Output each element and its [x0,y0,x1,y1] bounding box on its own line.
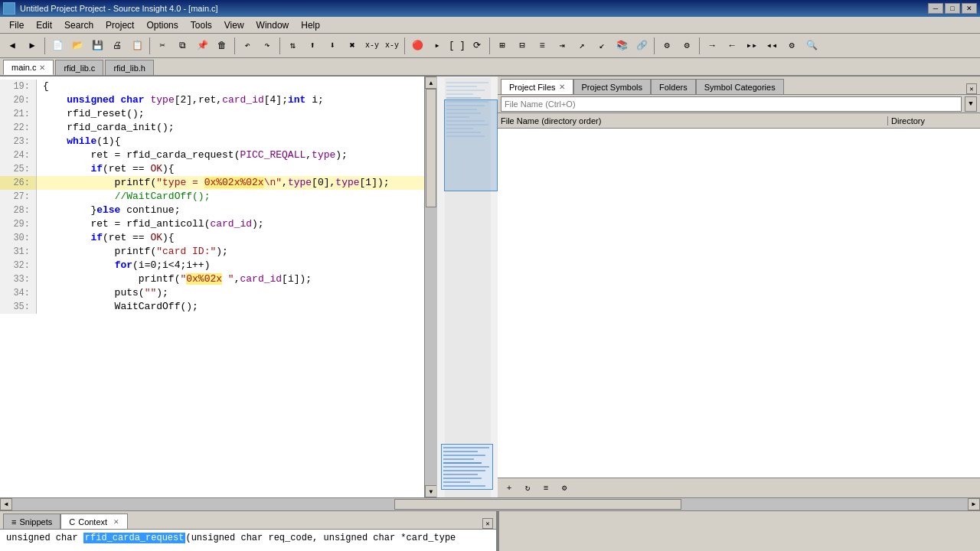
tb-run[interactable]: ⚙ [658,37,676,55]
tb-zoom[interactable]: 🔍 [802,37,821,55]
code-line-29: 29: ret = rfid_anticoll(card_id); [0,217,424,231]
tb-bracket[interactable]: [ ] [448,37,466,55]
tb-outdent[interactable]: ← [723,37,741,55]
tb-down[interactable]: ⬇ [323,37,341,55]
minimap-thumb-svg [442,445,492,489]
svg-rect-3 [446,93,473,95]
rp-tab-files-close[interactable]: ✕ [559,83,565,91]
file-name-dropdown[interactable]: ▼ [965,96,977,112]
line-content-23: while(1){ [37,135,120,148]
code-editor[interactable]: 19: { 20: unsigned char type[2],ret,card… [0,77,424,497]
file-list-col2-header: Directory [888,116,980,126]
h-scroll-left[interactable]: ◀ [0,498,12,510]
tb-grid3[interactable]: ≡ [533,37,551,55]
menu-options[interactable]: Options [140,18,184,32]
tab-main-c-label: main.c [11,63,36,72]
line-num-28: 28: [0,204,37,217]
right-panel-close-button[interactable]: ✕ [966,83,977,94]
rp-tb-add[interactable]: + [501,480,518,497]
tb-new[interactable]: 📄 [48,37,67,55]
tb-copy2[interactable]: 📋 [128,37,146,55]
tb-sep7 [654,37,655,54]
code-line-20: 20: unsigned char type[2],ret,card_id[4]… [0,93,424,107]
code-line-34: 34: puts(""); [0,286,424,300]
tb-sep3 [234,37,235,54]
tb-ref[interactable]: ↗ [573,37,591,55]
tb-more[interactable]: ▸▸ [743,37,761,55]
tb-xy[interactable]: x-y [363,37,381,55]
maximize-button[interactable]: □ [945,3,960,14]
tb-tab[interactable]: ⇥ [553,37,571,55]
h-scrollbar[interactable]: ◀ ▶ [0,497,980,510]
file-list-area[interactable] [498,129,980,478]
tb-redo[interactable]: ↷ [258,37,276,55]
tb-up[interactable]: ⬆ [303,37,322,55]
tb-paste[interactable]: 📌 [193,37,211,55]
menu-tools[interactable]: Tools [185,18,218,32]
file-name-input[interactable] [501,96,962,112]
menu-help[interactable]: Help [295,18,326,32]
tb-sep1 [44,37,45,54]
tb-grid2[interactable]: ⊟ [513,37,531,55]
v-scroll-down[interactable]: ▼ [425,485,437,497]
tb-cut[interactable]: ✂ [153,37,172,55]
tb-undo[interactable]: ↶ [238,37,256,55]
menu-view[interactable]: View [218,18,250,32]
tb-copy[interactable]: ⧉ [173,37,191,55]
menu-edit[interactable]: Edit [30,18,58,32]
code-line-22: 22: rfid_carda_init(); [0,121,424,135]
tb-forward[interactable]: ▶ [23,37,41,55]
v-scroll-track[interactable] [425,89,436,485]
context-tab-close[interactable]: ✕ [113,518,119,526]
tb-cancel[interactable]: ✖ [343,37,361,55]
svg-rect-4 [446,97,481,99]
menu-project[interactable]: Project [100,18,140,32]
tb-run2[interactable]: ⚙ [678,37,696,55]
v-scrollbar[interactable]: ▲ ▼ [424,77,436,497]
tb-find2[interactable]: ▸ [428,37,446,55]
rp-tab-symbol-categories[interactable]: Symbol Categories [696,79,784,94]
h-scroll-track[interactable] [12,498,968,510]
tab-rfid-lib-h[interactable]: rfid_lib.h [105,60,154,75]
tb-indent[interactable]: → [703,37,721,55]
tb-xyz[interactable]: x-y [383,37,401,55]
tb-grid[interactable]: ⊞ [493,37,511,55]
menu-file[interactable]: File [3,18,30,32]
tab-main-c[interactable]: main.c ✕ [3,60,54,75]
minimize-button[interactable]: ─ [928,3,943,14]
tb-jump[interactable]: ⟳ [468,37,486,55]
tb-sync[interactable]: ⇅ [283,37,302,55]
menu-window[interactable]: Window [250,18,296,32]
rp-tb-refresh[interactable]: ↻ [519,480,536,497]
tb-save[interactable]: 💾 [88,37,106,55]
rp-tab-project-files[interactable]: Project Files ✕ [501,79,573,94]
rp-tb-settings[interactable]: ⚙ [556,480,573,497]
close-button[interactable]: ✕ [962,3,977,14]
tb-open[interactable]: 📂 [68,37,87,55]
app-icon [3,2,15,15]
panel-tab-context[interactable]: C Context ✕ [60,514,128,529]
rp-tb-list[interactable]: ≡ [537,480,554,497]
rp-tab-project-symbols[interactable]: Project Symbols [573,79,651,94]
rp-tab-folders[interactable]: Folders [651,79,696,94]
tb-print[interactable]: 🖨 [108,37,126,55]
menu-search[interactable]: Search [58,18,100,32]
tab-rfid-lib-c[interactable]: rfid_lib.c [55,60,103,75]
h-scroll-right[interactable]: ▶ [968,498,980,510]
tb-less[interactable]: ◂◂ [763,37,781,55]
svg-rect-0 [446,82,488,83]
context-panel-close-button[interactable]: ✕ [482,518,493,529]
tb-book[interactable]: 📚 [612,37,631,55]
tb-settings[interactable]: ⚙ [782,37,801,55]
tb-delete[interactable]: 🗑 [213,37,231,55]
line-num-25: 25: [0,162,37,176]
tb-back[interactable]: ◀ [3,37,21,55]
h-scroll-thumb[interactable] [394,499,681,510]
tb-find[interactable]: 🔴 [408,37,426,55]
panel-tab-snippets[interactable]: ≡ Snippets [3,514,60,529]
tab-main-c-close[interactable]: ✕ [39,64,45,72]
tb-rel[interactable]: ↙ [593,37,611,55]
tb-rel2[interactable]: 🔗 [632,37,651,55]
v-scroll-thumb[interactable] [426,89,436,207]
v-scroll-up[interactable]: ▲ [425,77,437,89]
